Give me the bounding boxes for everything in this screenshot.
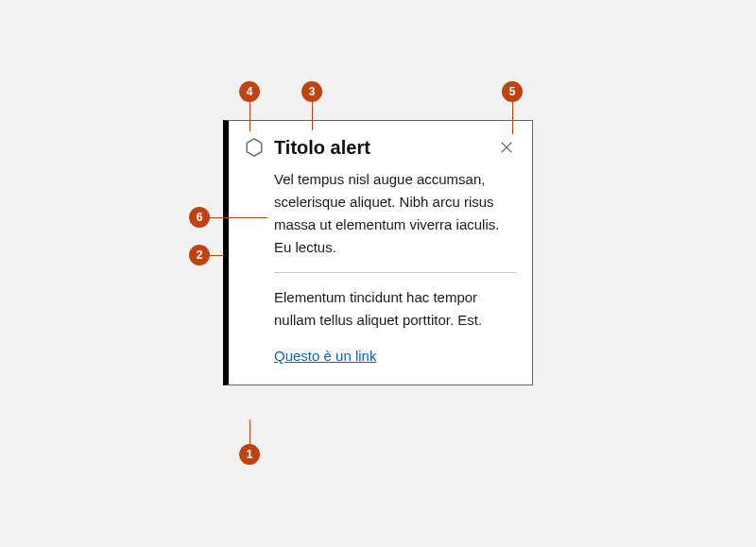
connector-4 <box>249 101 250 131</box>
connector-1 <box>249 419 250 444</box>
connector-5 <box>512 101 513 134</box>
alert-header: Titolo alert <box>229 121 532 168</box>
svg-marker-0 <box>247 139 262 156</box>
annotation-5: 5 <box>502 81 523 102</box>
close-icon <box>498 139 515 156</box>
annotation-6: 6 <box>189 207 210 228</box>
annotation-3: 3 <box>301 81 322 102</box>
alert-body: Vel tempus nisl augue accumsan, sceleris… <box>229 168 532 385</box>
alert-paragraph-1: Vel tempus nisl augue accumsan, sceleris… <box>274 168 517 259</box>
alert-link[interactable]: Questo è un link <box>274 345 376 368</box>
divider <box>274 272 517 273</box>
connector-2 <box>209 255 224 256</box>
annotation-2: 2 <box>189 245 210 265</box>
close-button[interactable] <box>496 137 517 158</box>
connector-3 <box>312 101 313 130</box>
alert-title: Titolo alert <box>274 136 496 159</box>
alert-paragraph-2: Elementum tincidunt hac tempor nullam te… <box>274 286 517 332</box>
canvas: Titolo alert Vel tempus nisl augue accum… <box>0 0 756 547</box>
hexagon-icon <box>244 137 265 158</box>
annotation-1: 1 <box>239 444 260 465</box>
annotation-4: 4 <box>239 81 260 102</box>
alert-card: Titolo alert Vel tempus nisl augue accum… <box>223 120 533 385</box>
connector-6 <box>209 217 267 218</box>
